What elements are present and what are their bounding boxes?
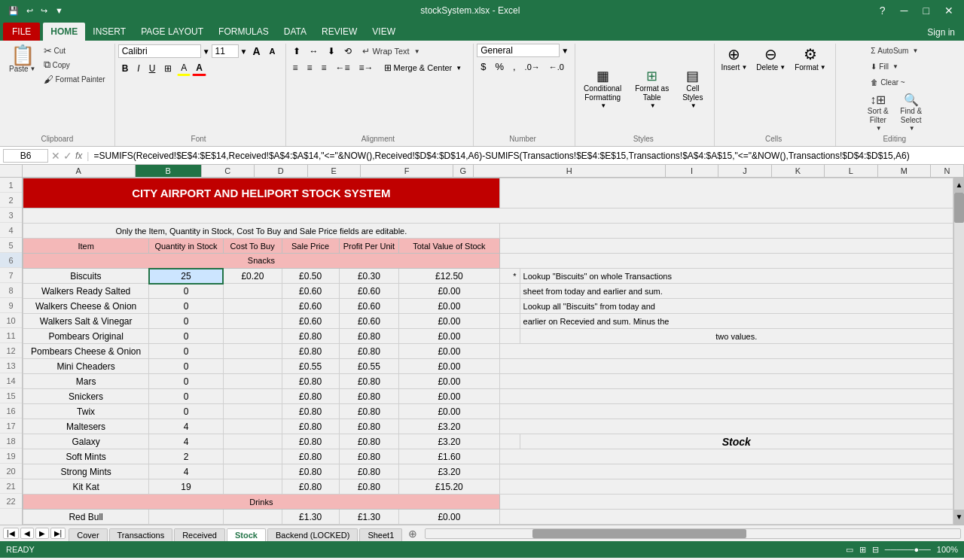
cell-d20[interactable]: £0.80 — [282, 479, 339, 495]
cell-e20[interactable]: £0.80 — [339, 479, 399, 495]
row-num-10[interactable]: 10 — [0, 313, 22, 328]
fill-button[interactable]: ⬇ Fill ▼ — [868, 59, 901, 73]
cell-d8[interactable]: £0.60 — [282, 299, 339, 314]
row-num-11[interactable]: 11 — [0, 328, 22, 343]
cell-e12[interactable]: £0.55 — [339, 359, 399, 374]
cell-a16[interactable]: Maltesers — [23, 419, 149, 434]
align-top-button[interactable]: ⬆ — [289, 44, 304, 58]
cell-f14[interactable]: £0.00 — [399, 389, 500, 404]
cell-e22[interactable]: £1.30 — [339, 510, 399, 525]
currency-button[interactable]: $ — [477, 59, 490, 74]
increase-font-button[interactable]: A — [249, 44, 264, 59]
cell-a14[interactable]: Snickers — [23, 389, 149, 404]
cell-d16[interactable]: £0.80 — [282, 419, 339, 434]
cell-c8[interactable] — [223, 299, 282, 314]
cell-h8[interactable]: Lookup all "Biscuits" from today and — [520, 299, 953, 314]
cell-a19[interactable]: Strong Mints — [23, 464, 149, 479]
cell-c14[interactable] — [223, 389, 282, 404]
col-header-j[interactable]: J — [718, 165, 771, 177]
col-header-h[interactable]: H — [474, 165, 666, 177]
minimize-button[interactable]: ─ — [896, 3, 913, 18]
vertical-scrollbar[interactable]: ▲ ▼ — [953, 178, 964, 525]
cell-c19[interactable] — [223, 464, 282, 479]
cell-c20[interactable] — [223, 479, 282, 495]
cell-styles-button[interactable]: ▤ CellStyles ▼ — [677, 64, 708, 113]
cell-c18[interactable] — [223, 449, 282, 464]
cell-b10[interactable]: 0 — [149, 329, 224, 344]
tab-page-layout[interactable]: PAGE LAYOUT — [133, 23, 211, 41]
cell-d17[interactable]: £0.80 — [282, 434, 339, 449]
cell-g5[interactable] — [499, 254, 953, 269]
underline-button[interactable]: U — [145, 62, 160, 75]
cell-d12[interactable]: £0.55 — [282, 359, 339, 374]
cell-a15[interactable]: Twix — [23, 404, 149, 419]
cell-d10[interactable]: £0.80 — [282, 329, 339, 344]
sheet-content[interactable]: CITY AIRPORT AND HELIPORT STOCK SYSTEM O… — [23, 178, 953, 525]
cell-g18[interactable] — [499, 449, 953, 464]
row-num-1[interactable]: 1 — [0, 178, 22, 193]
close-button[interactable]: ✕ — [940, 3, 958, 18]
cell-g16[interactable] — [499, 419, 953, 434]
increase-decimal-button[interactable]: .0→ — [521, 61, 544, 73]
row-num-20[interactable]: 20 — [0, 464, 22, 479]
cell-e11[interactable]: £0.80 — [339, 344, 399, 359]
cell-b6[interactable]: 25 — [149, 269, 224, 284]
col-header-cost[interactable]: Cost To Buy — [223, 239, 282, 254]
scroll-track[interactable] — [954, 193, 964, 510]
cell-reference-box[interactable]: B6 — [3, 149, 48, 163]
sheet-tab-backend[interactable]: Backend (LOCKED) — [267, 528, 358, 541]
cell-h10[interactable]: two values. — [520, 329, 953, 344]
sheet-nav-last[interactable]: ▶| — [50, 528, 66, 539]
cell-b18[interactable]: 2 — [149, 449, 224, 464]
cell-a18[interactable]: Soft Mints — [23, 449, 149, 464]
cell-c22[interactable] — [223, 510, 282, 525]
cell-e15[interactable]: £0.80 — [339, 404, 399, 419]
row-num-14[interactable]: 14 — [0, 373, 22, 388]
cell-g1[interactable] — [499, 178, 953, 208]
font-color-button[interactable]: A — [192, 61, 206, 76]
cell-g6[interactable]: * — [499, 269, 520, 284]
cut-button[interactable]: ✂ Cut — [41, 44, 108, 57]
cell-e10[interactable]: £0.80 — [339, 329, 399, 344]
sort-filter-button[interactable]: ↕⊞ Sort &Filter ▼ — [863, 91, 893, 133]
cell-b16[interactable]: 4 — [149, 419, 224, 434]
cell-f7[interactable]: £0.00 — [399, 284, 500, 299]
cell-d18[interactable]: £0.80 — [282, 449, 339, 464]
sheet-nav-prev[interactable]: ◀ — [20, 528, 34, 539]
cell-f8[interactable]: £0.00 — [399, 299, 500, 314]
cell-a7[interactable]: Walkers Ready Salted — [23, 284, 149, 299]
formula-confirm-icon[interactable]: ✓ — [63, 150, 72, 162]
number-format-dropdown[interactable]: General — [477, 44, 560, 57]
cell-b7[interactable]: 0 — [149, 284, 224, 299]
font-size-dropdown-icon[interactable]: ▼ — [240, 47, 248, 56]
cell-h6[interactable]: Lookup "Biscuits" on whole Transactions — [520, 269, 953, 284]
cell-a22[interactable]: Red Bull — [23, 510, 149, 525]
title-cell[interactable]: CITY AIRPORT AND HELIPORT STOCK SYSTEM — [23, 178, 500, 208]
cell-b13[interactable]: 0 — [149, 374, 224, 389]
cell-c11[interactable] — [223, 344, 282, 359]
cell-g15[interactable] — [499, 404, 953, 419]
clear-button[interactable]: 🗑 Clear ~ — [868, 75, 908, 89]
section-snacks-cell[interactable]: Snacks — [23, 254, 500, 269]
align-center-button[interactable]: ≡ — [304, 61, 316, 75]
cell-a8[interactable]: Walkers Cheese & Onion — [23, 299, 149, 314]
cell-c16[interactable] — [223, 419, 282, 434]
cell-c6[interactable]: £0.20 — [223, 269, 282, 284]
cell-c13[interactable] — [223, 374, 282, 389]
col-header-qty[interactable]: Quantity in Stock — [149, 239, 224, 254]
number-format-dropdown-icon[interactable]: ▼ — [561, 47, 569, 55]
col-header-c[interactable]: C — [202, 165, 255, 177]
font-name-dropdown-icon[interactable]: ▼ — [203, 47, 210, 56]
cell-g14[interactable] — [499, 389, 953, 404]
cell-f15[interactable]: £0.00 — [399, 404, 500, 419]
cell-d22[interactable]: £1.30 — [282, 510, 339, 525]
normal-view-button[interactable]: ▭ — [846, 545, 853, 555]
zoom-slider[interactable]: ─────●── — [885, 545, 931, 554]
cell-g8[interactable] — [499, 299, 520, 314]
row-num-3[interactable]: 3 — [0, 208, 22, 223]
tab-data[interactable]: DATA — [276, 23, 314, 41]
cell-f16[interactable]: £3.20 — [399, 419, 500, 434]
cell-c15[interactable] — [223, 404, 282, 419]
cell-d11[interactable]: £0.80 — [282, 344, 339, 359]
sheet-nav-first[interactable]: |◀ — [3, 528, 19, 539]
